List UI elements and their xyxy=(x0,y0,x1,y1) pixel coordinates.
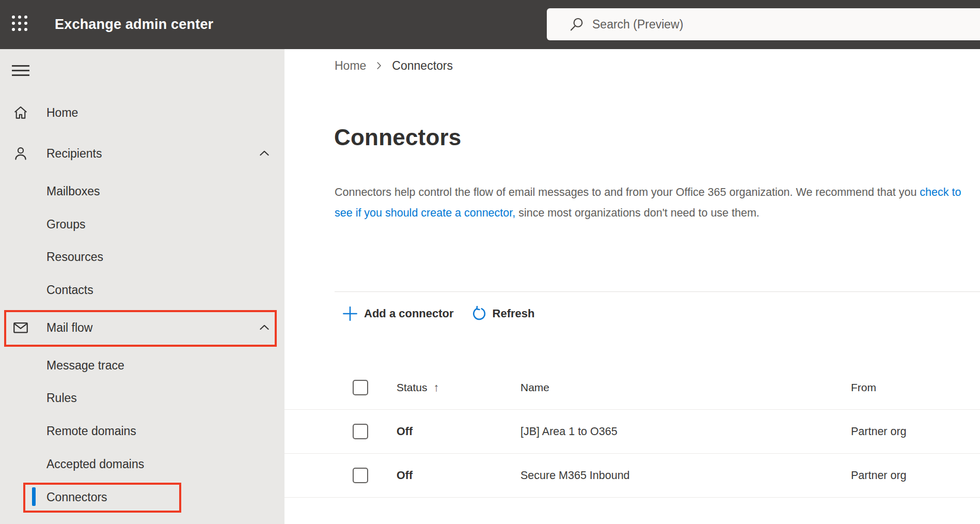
hamburger-menu-icon[interactable] xyxy=(12,65,29,76)
status-cell: Off xyxy=(397,469,413,482)
sidebar-item-message-trace[interactable]: Message trace xyxy=(0,349,284,382)
status-cell: Off xyxy=(397,425,413,438)
table-row[interactable]: Off EU - mailstream-eu-primary.journalin… xyxy=(284,497,980,524)
connectors-table: Status ↑ Name From Off [JB] Area 1 to O3… xyxy=(284,49,980,524)
sidebar-item-rules[interactable]: Rules xyxy=(0,381,284,414)
sidebar-item-groups[interactable]: Groups xyxy=(0,208,284,241)
top-app-bar: Exchange admin center xyxy=(0,0,980,49)
sidebar-item-connectors[interactable]: Connectors xyxy=(0,481,284,514)
table-row[interactable]: Off Secure M365 Inbound Partner org xyxy=(284,453,980,497)
from-cell: Partner org xyxy=(851,469,907,482)
sidebar-item-mail-flow[interactable]: Mail flow xyxy=(0,311,284,344)
sidebar-item-recipients[interactable]: Recipients xyxy=(0,137,284,170)
row-checkbox[interactable] xyxy=(353,468,368,483)
sidebar-nav: Home Recipients Mailboxes Groups Resourc… xyxy=(0,49,284,524)
search-icon xyxy=(569,17,584,32)
app-launcher-icon[interactable] xyxy=(12,16,30,34)
chevron-up-icon[interactable] xyxy=(256,145,273,162)
sidebar-item-contacts[interactable]: Contacts xyxy=(0,273,284,306)
sort-ascending-icon: ↑ xyxy=(434,381,439,394)
row-checkbox[interactable] xyxy=(353,424,368,439)
sidebar-item-remote-domains[interactable]: Remote domains xyxy=(0,414,284,448)
search-box[interactable] xyxy=(547,8,980,40)
table-row[interactable]: Off [JB] Area 1 to O365 Partner org xyxy=(284,409,980,453)
search-input[interactable] xyxy=(592,8,954,40)
sidebar-item-accepted-domains[interactable]: Accepted domains xyxy=(0,448,284,481)
envelope-icon xyxy=(12,319,29,336)
sidebar-item-home[interactable]: Home xyxy=(0,96,284,129)
column-header-from[interactable]: From xyxy=(851,381,876,394)
selected-item-indicator xyxy=(32,487,36,506)
name-cell[interactable]: [JB] Area 1 to O365 xyxy=(520,425,618,438)
column-header-name[interactable]: Name xyxy=(520,381,549,394)
name-cell[interactable]: Secure M365 Inbound xyxy=(520,469,630,482)
sidebar-item-mailboxes[interactable]: Mailboxes xyxy=(0,175,284,208)
person-icon xyxy=(12,145,29,162)
app-title: Exchange admin center xyxy=(55,0,213,49)
home-icon xyxy=(12,104,29,121)
sidebar-item-resources[interactable]: Resources xyxy=(0,240,284,273)
main-content: Home Connectors Connectors Connectors he… xyxy=(284,49,980,524)
from-cell: Partner org xyxy=(851,425,907,438)
column-header-status[interactable]: Status ↑ xyxy=(397,381,439,394)
select-all-checkbox[interactable] xyxy=(353,380,368,395)
chevron-up-icon[interactable] xyxy=(256,319,273,336)
